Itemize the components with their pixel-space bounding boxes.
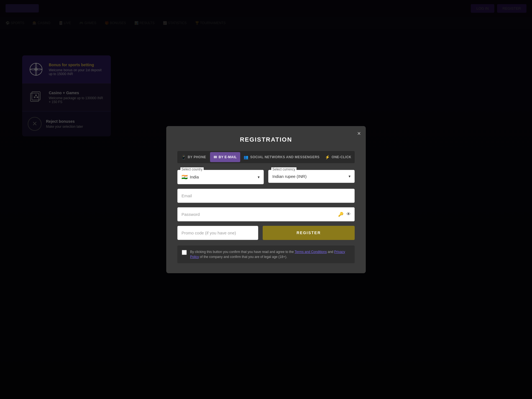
tab-social-label: SOCIAL NETWORKS AND MESSENGERS [250, 155, 319, 159]
email-icon: ✉ [214, 155, 217, 159]
tab-oneclick[interactable]: ⚡ ONE-CLICK [323, 152, 354, 162]
tab-phone-label: BY PHONE [188, 155, 206, 159]
promo-input[interactable] [177, 226, 258, 240]
currency-select-wrapper[interactable]: Select currency Indian rupee (INR) ▾ [268, 170, 355, 183]
promo-group [177, 226, 258, 240]
password-row: 🔑 👁 [177, 207, 355, 221]
email-row [177, 189, 355, 203]
social-icon: 👥 [244, 155, 249, 159]
terms-conditions-link[interactable]: Terms and Conditions [295, 250, 327, 254]
tab-oneclick-label: ONE-CLICK [332, 155, 351, 159]
currency-select-display[interactable]: Indian rupee (INR) [268, 170, 354, 183]
currency-value: Indian rupee (INR) [272, 174, 306, 179]
eye-slash-icon[interactable]: 👁 [346, 212, 351, 217]
country-label: Select country [180, 167, 204, 171]
tab-phone[interactable]: 📱 BY PHONE [178, 152, 209, 162]
tab-email-label: BY E-MAIL [219, 155, 237, 159]
country-currency-row: Select country 🇮🇳 India ▾ Select currenc… [177, 170, 355, 184]
terms-text: By clicking this button you confirm that… [190, 249, 350, 259]
registration-modal: × REGISTRATION 📱 BY PHONE ✉ BY E-MAIL 👥 … [166, 126, 366, 273]
terms-text-before: By clicking this button you confirm that… [190, 250, 295, 254]
password-icons: 🔑 👁 [338, 212, 351, 217]
terms-row: By clicking this button you confirm that… [177, 245, 355, 263]
tab-social[interactable]: 👥 SOCIAL NETWORKS AND MESSENGERS [241, 152, 322, 162]
terms-checkbox[interactable] [182, 250, 187, 255]
terms-text-mid: and [327, 250, 334, 254]
lightning-icon: ⚡ [325, 155, 330, 159]
currency-group: Select currency Indian rupee (INR) ▾ [268, 170, 355, 184]
terms-text-after: of the company and confirm that you are … [199, 255, 287, 259]
key-icon: 🔑 [338, 212, 344, 217]
password-group: 🔑 👁 [177, 207, 355, 221]
country-select-wrapper[interactable]: Select country 🇮🇳 India ▾ [177, 170, 264, 184]
close-button[interactable]: × [357, 130, 361, 137]
registration-tabs: 📱 BY PHONE ✉ BY E-MAIL 👥 SOCIAL NETWORKS… [177, 151, 355, 163]
country-select-display[interactable]: 🇮🇳 India [178, 170, 264, 184]
email-group [177, 189, 355, 203]
password-input[interactable] [177, 207, 355, 221]
email-input[interactable] [177, 189, 355, 203]
country-group: Select country 🇮🇳 India ▾ [177, 170, 264, 184]
country-value: India [190, 175, 199, 179]
modal-title: REGISTRATION [177, 136, 355, 143]
tab-email[interactable]: ✉ BY E-MAIL [210, 152, 241, 162]
india-flag: 🇮🇳 [181, 174, 188, 180]
modal-backdrop: × REGISTRATION 📱 BY PHONE ✉ BY E-MAIL 👥 … [0, 0, 532, 399]
currency-label: Select currency [271, 167, 296, 171]
register-button[interactable]: REGISTER [263, 226, 355, 240]
promo-register-row: REGISTER [177, 226, 355, 240]
phone-icon: 📱 [181, 155, 186, 159]
